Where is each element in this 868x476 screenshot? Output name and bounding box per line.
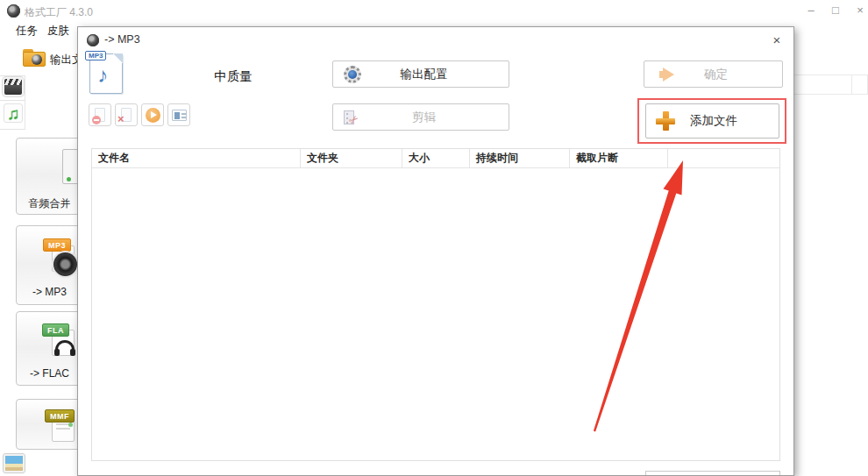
audio-tab-icon[interactable]: ♫ [4, 103, 23, 123]
picture-tab-icon[interactable] [4, 454, 25, 472]
tab-separator [0, 129, 25, 130]
sidebar-item-to-mmf[interactable]: MMF [16, 399, 83, 450]
gear-icon [343, 65, 362, 84]
file-list-area[interactable] [92, 168, 779, 461]
sidebar-item-to-mp3[interactable]: MP3 -> MP3 [16, 225, 83, 305]
output-folder-icon [23, 49, 46, 67]
mmf-badge: MMF [45, 409, 75, 423]
bottom-partial-button[interactable] [645, 471, 780, 476]
mp3-file-badge: MP3 [85, 51, 106, 60]
ok-label: 确定 [681, 67, 782, 82]
clip-label: 剪辑 [362, 110, 509, 125]
clip-button[interactable]: ✂ 剪辑 [332, 103, 509, 131]
column-header-folder[interactable]: 文件夹 [301, 149, 402, 167]
video-tab-icon[interactable] [4, 79, 22, 95]
add-file-label: 添加文件 [675, 113, 779, 129]
column-header-size[interactable]: 大小 [402, 149, 470, 167]
play-icon [146, 108, 160, 123]
music-note-icon: ♪ [97, 63, 108, 88]
add-plus-icon [656, 111, 675, 131]
dialog-title: -> MP3 [104, 33, 140, 46]
add-file-button[interactable]: 添加文件 [645, 103, 779, 139]
window-title: 格式工厂 4.3.0 [25, 5, 93, 20]
file-info-icon [172, 110, 187, 121]
ok-arrow-icon [662, 65, 681, 84]
sidebar-item-label: -> MP3 [17, 286, 82, 298]
output-config-button[interactable]: 输出配置 [332, 60, 509, 88]
fla-badge: FLA [42, 323, 69, 337]
remove-file-button[interactable] [89, 103, 111, 126]
mp3-dialog: -> MP3 × MP3 ♪ 中质量 输出配置 ✂ 剪辑 确定 添加文件 [77, 26, 794, 476]
column-header-filename[interactable]: 文件名 [92, 149, 301, 167]
app-logo-icon [7, 4, 20, 18]
sidebar-item-audio-merge[interactable]: 音频合并 [16, 138, 83, 215]
output-config-label: 输出配置 [362, 67, 509, 82]
play-button[interactable] [141, 103, 164, 126]
tab-separator [0, 100, 25, 101]
ok-button[interactable]: 确定 [644, 60, 783, 88]
file-info-button[interactable] [167, 103, 190, 126]
minimize-button[interactable]: – [800, 2, 822, 19]
table-header-row: 文件名 文件夹 大小 持续时间 截取片断 [92, 149, 779, 168]
speaker-icon [53, 252, 77, 276]
sidebar-item-label: -> FLAC [17, 367, 82, 380]
file-table: 文件名 文件夹 大小 持续时间 截取片断 [91, 148, 780, 461]
menu-skin[interactable]: 皮肤 [44, 22, 73, 40]
clear-list-button[interactable]: × [115, 103, 138, 126]
dialog-close-icon[interactable]: × [767, 32, 786, 49]
clip-icon: ✂ [343, 108, 362, 127]
tab-separator [0, 75, 25, 76]
mp3-badge: MP3 [43, 238, 71, 252]
column-header-filler [668, 149, 779, 167]
tabstrip-divider [25, 75, 25, 130]
sidebar-item-label: 音频合并 [17, 196, 82, 211]
quality-label: 中质量 [181, 68, 286, 85]
close-button[interactable]: × [850, 2, 868, 19]
sidebar-item-to-flac[interactable]: FLA -> FLAC [16, 311, 83, 386]
menu-task[interactable]: 任务 [12, 22, 41, 40]
column-header-clip-segment[interactable]: 截取片断 [570, 149, 668, 167]
maximize-button[interactable]: □ [825, 2, 846, 19]
background-table-fragment [787, 75, 868, 95]
dialog-logo-icon [87, 34, 99, 46]
mp3-file-icon: MP3 ♪ [89, 53, 123, 94]
column-header-duration[interactable]: 持续时间 [470, 149, 570, 167]
